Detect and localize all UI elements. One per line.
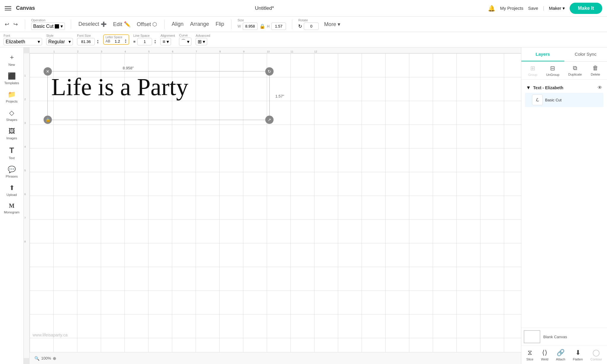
width-input[interactable] (243, 23, 258, 30)
layer-visibility-icon[interactable]: 👁 (598, 85, 602, 90)
tab-layers[interactable]: Layers (521, 47, 564, 61)
layer-group-header[interactable]: ▼ Text - Elizabeth 👁 (525, 83, 603, 92)
alignment-select[interactable]: ≡ ▾ (160, 38, 171, 45)
separator2 (71, 20, 71, 29)
ungroup-action[interactable]: ⊟ UnGroup (546, 65, 560, 76)
flatten-icon: ⬇ (575, 349, 581, 357)
operation-chevron: ▾ (60, 23, 63, 29)
line-space-input[interactable] (137, 38, 152, 45)
sidebar-item-monogram[interactable]: M Monogram (0, 199, 23, 217)
attach-action[interactable]: 🔗 Attach (556, 349, 565, 361)
weld-action[interactable]: ⟨⟩ Weld (541, 349, 548, 361)
upload-icon: ⬆ (9, 184, 15, 192)
shapes-icon: ◇ (9, 109, 14, 117)
sidebar-item-projects[interactable]: 📁 Projects (0, 88, 23, 106)
text-element[interactable]: ✕ ↻ 🔒 ↗ Life is a Party (47, 71, 270, 120)
curve-select[interactable]: ⌒ ▾ (179, 38, 191, 46)
advanced-select[interactable]: ⊞ ▾ (196, 38, 207, 45)
sidebar-item-phrases[interactable]: 💬 Phrases (0, 163, 23, 181)
operation-value: Basic Cut (33, 24, 53, 29)
align-button[interactable]: Align (170, 20, 185, 28)
attach-icon: 🔗 (557, 349, 565, 357)
sidebar-item-templates[interactable]: ⬛ Templates (0, 69, 23, 88)
sidebar-item-shapes[interactable]: ◇ Shapes (0, 106, 23, 124)
ruler-tick-v1: 1 (24, 74, 26, 77)
sidebar-item-new[interactable]: ＋ New (0, 50, 23, 69)
handle-lock[interactable]: 🔒 (44, 116, 52, 124)
layer-group: ▼ Text - Elizabeth 👁 ℒ Basic Cut (525, 83, 603, 108)
zoom-out-button[interactable]: 🔍 (34, 356, 39, 361)
style-value: Regular (48, 39, 65, 44)
ruler-horizontal: 1 2 3 4 5 6 7 8 9 10 11 12 (30, 47, 521, 53)
bell-icon[interactable]: 🔔 (488, 5, 495, 12)
my-projects-button[interactable]: My Projects (500, 6, 523, 11)
letter-space-down[interactable]: ▼ (124, 41, 127, 44)
more-button[interactable]: More ▾ (323, 20, 341, 29)
slice-label: Slice (526, 357, 533, 361)
curve-section: Curve ⌒ ▾ (179, 33, 191, 46)
ruler-tick-v2: 2 (24, 98, 26, 101)
canvas-content: ✕ ↻ 🔒 ↗ Life is a Party 8.958" 1.57" www… (30, 53, 521, 352)
sidebar-item-upload[interactable]: ⬆ Upload (0, 181, 23, 199)
ruler-tick-6: 6 (172, 50, 173, 53)
make-it-button[interactable]: Make It (570, 3, 602, 14)
font-size-down[interactable]: ▼ (97, 42, 99, 44)
sidebar-item-images[interactable]: 🖼 Images (0, 124, 23, 143)
app-title: Canvas (16, 5, 35, 11)
font-value: Elizabeth (6, 39, 25, 44)
arrange-button[interactable]: Arrange (189, 20, 210, 28)
right-panel: Layers Color Sync ⊞ Group ⊟ UnGroup ⧉ Du… (521, 47, 607, 364)
sidebar-item-label-images: Images (6, 136, 17, 140)
layer-group-name: Text - Elizabeth (533, 85, 595, 90)
layer-thumbnail: ℒ (532, 95, 543, 105)
delete-action[interactable]: 🗑 Delete (591, 65, 600, 76)
sidebar-item-label-new: New (8, 63, 15, 66)
maker-dropdown[interactable]: Maker ▾ (549, 6, 565, 11)
weld-label: Weld (541, 357, 548, 361)
main-layout: ＋ New ⬛ Templates 📁 Projects ◇ Shapes 🖼 … (0, 47, 607, 364)
group-action[interactable]: ⊞ Group (528, 65, 537, 76)
line-space-down[interactable]: ▼ (154, 42, 156, 44)
ruler-tick-1: 1 (53, 50, 55, 53)
hamburger-menu[interactable] (5, 6, 11, 10)
tab-color-sync[interactable]: Color Sync (564, 47, 607, 61)
style-select[interactable]: Regular ▾ (46, 38, 73, 45)
save-button[interactable]: Save (528, 6, 538, 11)
handle-resize[interactable]: ↗ (265, 116, 274, 124)
redo-button[interactable]: ↪ (12, 20, 19, 29)
duplicate-action[interactable]: ⧉ Duplicate (568, 65, 582, 76)
slice-action[interactable]: ⧖ Slice (526, 349, 533, 361)
height-input[interactable] (271, 23, 286, 30)
offset-button[interactable]: Offset ⬡ (136, 20, 159, 29)
font-size-input[interactable] (77, 38, 95, 45)
flatten-action[interactable]: ⬇ Flatten (573, 349, 583, 361)
sidebar-item-text[interactable]: T Text (0, 143, 23, 163)
width-dimension: 8.958" (122, 65, 135, 71)
handle-rotate[interactable]: ↻ (265, 67, 274, 76)
phrases-icon: 💬 (8, 166, 16, 173)
layer-child[interactable]: ℒ Basic Cut (525, 93, 603, 107)
rotate-input[interactable] (304, 23, 319, 30)
contour-label: Contour (590, 357, 602, 361)
sidebar-item-label-phrases: Phrases (6, 175, 17, 178)
flip-button[interactable]: Flip (214, 20, 225, 28)
operation-select[interactable]: Basic Cut ▾ (31, 23, 65, 30)
alignment-section: Alignment ≡ ▾ (160, 34, 175, 45)
contour-action[interactable]: ◯ Contour (590, 349, 602, 361)
font-select[interactable]: Elizabeth ▾ (4, 38, 42, 45)
zoom-value: 100% (41, 356, 51, 360)
zoom-in-button[interactable]: ⊕ (53, 356, 56, 361)
font-size-label: Font Size (77, 34, 91, 37)
ruler-tick-v6: 6 (24, 193, 26, 196)
panel-body: ▼ Text - Elizabeth 👁 ℒ Basic Cut (521, 80, 607, 328)
separator3 (164, 20, 164, 29)
ruler-tick-2: 2 (77, 50, 79, 53)
edit-button[interactable]: Edit ✏️ (112, 20, 132, 29)
font-size-section: Font Size ▲ ▼ (77, 34, 99, 45)
undo-button[interactable]: ↩ (4, 20, 10, 29)
deselect-button[interactable]: Deselect ➕ (77, 20, 108, 28)
width-label: W (237, 24, 241, 28)
handle-delete[interactable]: ✕ (44, 67, 52, 76)
letter-space-input[interactable] (111, 39, 123, 44)
slice-icon: ⧖ (528, 349, 532, 357)
